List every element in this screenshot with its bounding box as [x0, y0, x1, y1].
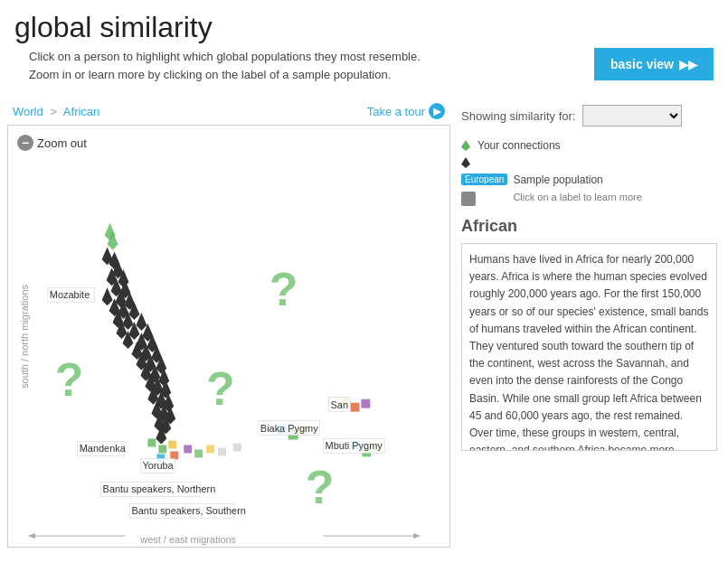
legend-your-connections-label: Your connections: [477, 139, 561, 152]
right-panel: Showing similarity for: Your connections…: [458, 99, 721, 553]
svg-rect-47: [168, 441, 176, 449]
map-svg: ? ? ? ?: [8, 126, 449, 547]
svg-marker-81: [28, 533, 35, 539]
zoom-out-button[interactable]: − Zoom out: [17, 135, 87, 151]
showing-label: Showing similarity for:: [461, 109, 575, 123]
svg-rect-59: [350, 403, 359, 412]
svg-rect-54: [233, 443, 241, 451]
breadcrumb-active[interactable]: African: [63, 105, 99, 118]
tour-play-icon: ▶: [429, 103, 445, 119]
population-dots[interactable]: [102, 223, 383, 463]
arrows-icon: ▶▶: [679, 58, 697, 71]
svg-text:San: San: [331, 399, 348, 410]
legend: Your connections European Sample populat…: [461, 139, 717, 206]
legend-green-dot: [461, 140, 470, 151]
description-text: Humans have lived in Africa for nearly 2…: [469, 251, 709, 451]
legend-sample-icon: [461, 192, 476, 206]
main-content: World > African Take a tour ▶ − Zoom out…: [0, 99, 728, 560]
subtitle: Click on a person to highlight which glo…: [14, 48, 467, 92]
breadcrumb-world[interactable]: World: [13, 105, 43, 118]
svg-rect-49: [170, 451, 178, 459]
svg-rect-51: [194, 449, 203, 457]
question-mark-right: ?: [306, 461, 335, 513]
svg-text:west / east migrations: west / east migrations: [139, 534, 236, 545]
svg-text:Mbuti Pygmy: Mbuti Pygmy: [326, 440, 383, 451]
svg-marker-83: [413, 533, 421, 539]
showing-row: Showing similarity for:: [461, 105, 717, 127]
legend-sample-population: European Sample population Click on a la…: [461, 173, 717, 206]
legend-sample-population-label: Sample population: [513, 173, 641, 186]
legend-black-dot: [461, 157, 470, 168]
question-mark-mid2: ?: [206, 362, 235, 415]
x-axis-row: [7, 548, 450, 553]
svg-text:Mandenka: Mandenka: [80, 443, 127, 454]
page-title: global similarity: [0, 0, 728, 48]
svg-text:Bantu speakers, Southern: Bantu speakers, Southern: [131, 505, 245, 516]
map-container: − Zoom out south / north migrations ? ? …: [7, 125, 450, 548]
breadcrumb-row: World > African Take a tour ▶: [7, 99, 450, 125]
question-mark-left: ?: [55, 353, 84, 406]
breadcrumb-separator: >: [50, 105, 57, 118]
legend-connections-black: [461, 157, 717, 168]
description-box[interactable]: Humans have lived in Africa for nearly 2…: [461, 243, 717, 451]
svg-marker-8: [102, 287, 113, 305]
svg-text:Yoruba: Yoruba: [142, 460, 174, 471]
legend-click-label: Click on a label to learn more: [513, 192, 641, 202]
take-a-tour-label: Take a tour: [367, 105, 425, 118]
legend-your-connections: Your connections: [461, 139, 717, 152]
zoom-out-label: Zoom out: [37, 136, 87, 150]
svg-text:Biaka Pygmy: Biaka Pygmy: [260, 423, 318, 434]
basic-view-label: basic view: [610, 57, 674, 71]
svg-rect-53: [218, 447, 226, 455]
svg-rect-60: [361, 399, 370, 408]
showing-select[interactable]: [582, 105, 682, 127]
basic-view-button[interactable]: basic view ▶▶: [594, 48, 714, 80]
svg-text:Bantu speakers, Northern: Bantu speakers, Northern: [103, 483, 216, 494]
svg-rect-85: [464, 194, 473, 203]
svg-rect-52: [206, 445, 214, 453]
svg-rect-46: [158, 445, 166, 453]
question-mark-mid: ?: [269, 263, 298, 315]
svg-rect-50: [184, 445, 192, 453]
zoom-minus-icon: −: [17, 135, 33, 151]
take-a-tour-link[interactable]: Take a tour ▶: [367, 103, 445, 119]
breadcrumb: World > African: [13, 105, 99, 118]
legend-european-badge: European: [461, 173, 507, 185]
african-title: African: [461, 217, 717, 236]
left-panel: World > African Take a tour ▶ − Zoom out…: [7, 99, 450, 553]
svg-text:Mozabite: Mozabite: [50, 289, 90, 300]
svg-rect-45: [147, 439, 156, 447]
header-row: Click on a person to highlight which glo…: [0, 48, 728, 99]
